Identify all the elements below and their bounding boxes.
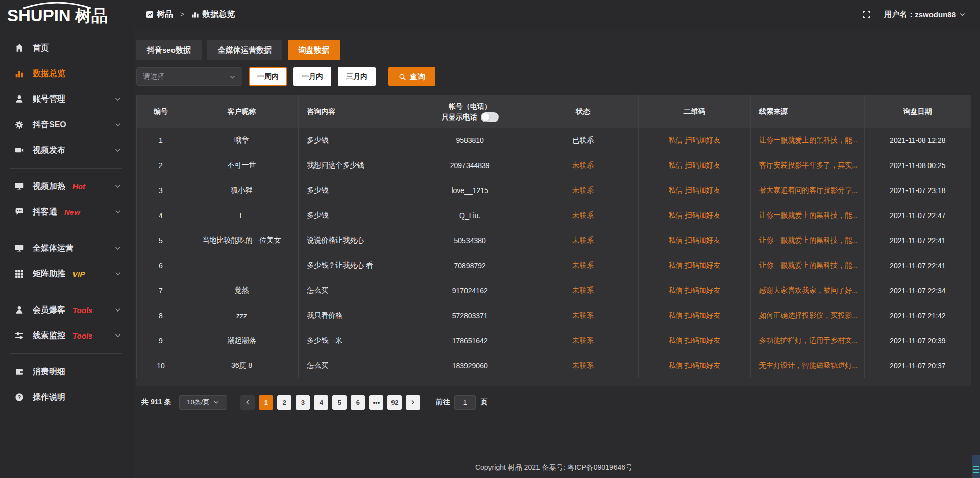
page-button-92[interactable]: 92 [387, 395, 402, 410]
cell-account: 178651642 [412, 328, 528, 353]
chevron-down-icon[interactable] [959, 11, 966, 18]
cell-source-link[interactable]: 让你一眼就爱上的黑科技，能... [751, 253, 864, 278]
period-button-一月内[interactable]: 一月内 [293, 67, 331, 86]
cell-source-link[interactable]: 如何正确选择投影仪，买投影... [751, 303, 864, 328]
sidebar-item-视频发布[interactable]: 视频发布 [0, 137, 133, 163]
cell-nickname: L [185, 203, 298, 228]
home-icon [14, 43, 24, 53]
cell-status: 未联系 [528, 178, 638, 203]
sidebar-item-label: 线索监控 [33, 330, 65, 341]
table-row: 7觉然怎么买917024162未联系私信 扫码加好友感谢大家喜欢我家，被问了好.… [137, 278, 971, 303]
cell-qrcode-link[interactable]: 私信 扫码加好友 [638, 128, 751, 153]
cell-date: 2021-11-07 22:34 [864, 278, 971, 303]
sidebar-item-视频加热[interactable]: 视频加热Hot [0, 174, 133, 199]
cell-qrcode-link[interactable]: 私信 扫码加好友 [638, 178, 751, 203]
table-row: 3狐小狸多少钱love__1215未联系私信 扫码加好友被大家追着问的客厅投影分… [137, 178, 971, 203]
sidebar-item-会员爆客[interactable]: 会员爆客Tools [0, 297, 133, 323]
sidebar-item-首页[interactable]: 首页 [0, 35, 133, 61]
sidebar-item-抖客通[interactable]: 抖客通New [0, 199, 133, 225]
sidebar-item-label: 全媒体运营 [33, 243, 74, 254]
page-button-5[interactable]: 5 [332, 395, 347, 410]
page-size-select[interactable]: 10条/页 [179, 395, 227, 410]
chevron-down-icon [114, 332, 121, 339]
data-tabs: 抖音seo数据全媒体运营数据询盘数据 [136, 40, 971, 60]
chevron-down-icon [114, 245, 121, 252]
prev-page-button[interactable] [240, 395, 255, 410]
cell-source-link[interactable]: 让你一眼就爱上的黑科技，能... [751, 228, 864, 253]
sidebar-item-消费明细[interactable]: 消费明细 [0, 359, 133, 385]
tab-全媒体运营数据[interactable]: 全媒体运营数据 [207, 40, 282, 60]
cell-source-link[interactable]: 多功能护栏灯，适用于乡村文... [751, 328, 864, 353]
chevron-down-icon [213, 399, 219, 405]
cell-qrcode-link[interactable]: 私信 扫码加好友 [638, 353, 751, 378]
breadcrumb-root[interactable]: 树品 [157, 9, 173, 20]
app-logo: SHUPIN树品 [0, 0, 133, 29]
goto-suffix: 页 [480, 398, 487, 407]
sidebar-item-抖音SEO[interactable]: 抖音SEO [0, 112, 133, 137]
filter-select[interactable]: 请选择 [136, 67, 242, 86]
tab-抖音seo数据[interactable]: 抖音seo数据 [136, 40, 202, 60]
sidebar-item-label: 抖客通 [33, 207, 57, 218]
sidebar-item-账号管理[interactable]: 账号管理 [0, 86, 133, 112]
table-row: 6多少钱？让我死心 看70898792未联系私信 扫码加好友让你一眼就爱上的黑科… [137, 253, 971, 278]
table-panel: 编号客户昵称咨询内容帐号（电话）只显示电话状态二维码线索来源询盘日期 1哦章多少… [136, 95, 971, 386]
fullscreen-icon[interactable] [862, 10, 871, 19]
cell-qrcode-link[interactable]: 私信 扫码加好友 [638, 253, 751, 278]
page-button-1[interactable]: 1 [259, 395, 273, 410]
cell-content: 多少钱 [299, 128, 412, 153]
page-button-4[interactable]: 4 [314, 395, 328, 410]
cell-qrcode-link[interactable]: 私信 扫码加好友 [638, 303, 751, 328]
tab-询盘数据[interactable]: 询盘数据 [288, 40, 340, 60]
cell-account: 70898792 [412, 253, 528, 278]
floating-widget[interactable] [972, 455, 980, 478]
period-button-一周内[interactable]: 一周内 [249, 67, 287, 86]
cell-source-link[interactable]: 无主灯设计，智能磁吸轨道灯... [751, 353, 864, 378]
cell-id: 6 [137, 253, 185, 278]
user-area: 用户名： zswodun88 [862, 10, 966, 19]
cell-date: 2021-11-07 20:37 [864, 353, 971, 378]
page-button-2[interactable]: 2 [277, 395, 291, 410]
page-ellipsis-button[interactable]: ••• [369, 395, 383, 410]
table-row: 1036度 8怎么买183929060未联系私信 扫码加好友无主灯设计，智能磁吸… [137, 353, 971, 378]
sidebar: SHUPIN树品 首页数据总览账号管理抖音SEO视频发布视频加热Hot抖客通Ne… [0, 0, 133, 478]
cell-id: 4 [137, 203, 185, 228]
cell-id: 1 [137, 128, 185, 153]
cell-account: 917024162 [412, 278, 528, 303]
cell-source-link[interactable]: 让你一眼就爱上的黑科技，能... [751, 203, 864, 228]
period-button-三月内[interactable]: 三月内 [338, 67, 376, 86]
sidebar-item-全媒体运营[interactable]: 全媒体运营 [0, 235, 133, 261]
cell-nickname: 36度 8 [185, 353, 298, 378]
sidebar-item-矩阵助推[interactable]: 矩阵助推VIP [0, 261, 133, 286]
cell-qrcode-link[interactable]: 私信 扫码加好友 [638, 328, 751, 353]
next-page-button[interactable] [406, 395, 420, 410]
chat-icon [14, 207, 24, 217]
wallet-icon [14, 367, 24, 377]
cell-source-link[interactable]: 让你一眼就爱上的黑科技，能... [751, 128, 864, 153]
page-button-3[interactable]: 3 [296, 395, 310, 410]
cell-id: 8 [137, 303, 185, 328]
cell-qrcode-link[interactable]: 私信 扫码加好友 [638, 203, 751, 228]
cell-account: Q_Liu. [412, 203, 528, 228]
cell-source-link[interactable]: 感谢大家喜欢我家，被问了好... [751, 278, 864, 303]
cell-qrcode-link[interactable]: 私信 扫码加好友 [638, 228, 751, 253]
copyright-text: Copyright 树品 2021 备案号: 粤ICP备09019646号 [475, 463, 632, 472]
cell-qrcode-link[interactable]: 私信 扫码加好友 [638, 278, 751, 303]
cell-qrcode-link[interactable]: 私信 扫码加好友 [638, 153, 751, 178]
monitor-icon [14, 181, 24, 192]
sidebar-item-label: 视频发布 [33, 145, 65, 156]
grid-icon [14, 269, 24, 279]
goto-page: 前往 页 [435, 395, 487, 410]
toggle-knob [482, 113, 489, 121]
sidebar-item-操作说明[interactable]: ?操作说明 [0, 385, 133, 410]
cell-source-link[interactable]: 客厅安装投影半年多了，真实... [751, 153, 864, 178]
phone-only-toggle[interactable] [481, 112, 499, 122]
goto-page-input[interactable] [454, 395, 476, 410]
logo-text-cn: 树品 [75, 7, 108, 25]
cell-date: 2021-11-07 22:41 [864, 253, 971, 278]
cell-source-link[interactable]: 被大家追着问的客厅投影分享... [751, 178, 864, 203]
sidebar-item-数据总览[interactable]: 数据总览 [0, 61, 133, 86]
page-button-6[interactable]: 6 [351, 395, 365, 410]
username[interactable]: zswodun88 [915, 10, 956, 19]
sidebar-item-线索监控[interactable]: 线索监控Tools [0, 323, 133, 348]
query-button[interactable]: 查询 [388, 67, 435, 86]
